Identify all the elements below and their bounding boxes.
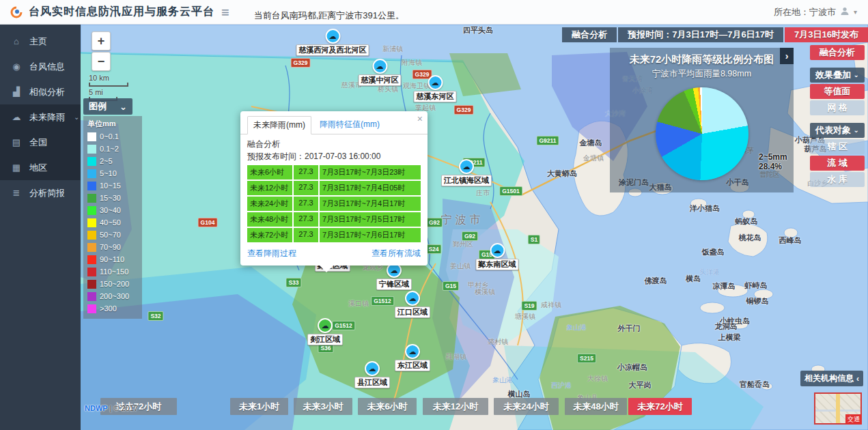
road-badge: S24 <box>425 244 441 254</box>
sidebar-item[interactable]: ≣ 分析简报 <box>0 180 81 205</box>
rainfall-table-row: 未来6小时 27.3 7月3日17时~7月3日23时 <box>247 165 421 180</box>
legend-range-label: 40~50 <box>100 218 121 227</box>
rainfall-table: 未来6小时 27.3 7月3日17时~7月3日23时 未来12小时 27.3 7… <box>240 165 428 242</box>
user-icon[interactable] <box>840 6 850 18</box>
region-marker[interactable]: ☁ 慈溪西河及西北河区 <box>296 29 369 56</box>
legend-item: 90~110 <box>87 253 138 266</box>
row-time-range: 7月3日17时~7月5日17时 <box>320 212 421 227</box>
road-badge: G92 <box>462 231 478 241</box>
region-marker[interactable]: ☁ 慈溪中河区 <box>359 59 402 86</box>
typhoon-logo-icon <box>10 5 23 19</box>
object-option-button[interactable]: 水 库 <box>810 172 865 187</box>
object-option-button[interactable]: 流 域 <box>810 156 865 171</box>
region-marker[interactable]: ☁ 鄞东南区域 <box>476 243 519 270</box>
zoom-in-button[interactable]: + <box>92 31 111 51</box>
object-option-button[interactable]: 辖 区 <box>810 139 865 154</box>
location-control[interactable]: 所在地：宁波市 ▾ <box>774 6 857 18</box>
time-range-button[interactable]: 未来1小时 <box>230 398 288 415</box>
legend-swatch <box>87 231 96 240</box>
pie-title: 未来72小时降雨等级比例分布图 <box>610 53 794 66</box>
road-badge: G92 <box>426 218 443 227</box>
legend-toggle[interactable]: 图例 ⌄ <box>83 98 132 115</box>
related-orgs-button[interactable]: 相关机构信息 ‹ <box>800 371 863 386</box>
overlay-option-button[interactable]: 网 格 <box>810 100 865 115</box>
time-range-button[interactable]: 未来48小时 <box>565 398 627 415</box>
rain-region-icon: ☁ <box>428 75 443 90</box>
legend-body: 单位mm 0~0.1 0.1~2 2~5 <box>83 116 142 319</box>
map-canvas[interactable]: 宁波市 四平头岛 金塘岛 大黄蟒岛 涂泥门岛 大猫岛 小干岛 小葫芦岛 葫芦岛 … <box>81 25 868 430</box>
time-range-button[interactable]: 未来3小时 <box>294 398 352 415</box>
sidebar-item[interactable]: ▤ 全国 <box>0 130 81 155</box>
legend-swatch <box>87 206 96 215</box>
fusion-analysis-button[interactable]: 融合分析 <box>810 45 865 60</box>
popup-tab[interactable]: 未来降雨(mm) <box>247 116 311 134</box>
sidebar-item[interactable]: ◉ 台风信息 <box>0 54 81 79</box>
rain-region-icon: ☁ <box>490 243 505 258</box>
region-marker[interactable]: ☁ 剡江区域 <box>307 318 343 345</box>
row-time-range: 7月3日17时~7月3日23时 <box>320 165 421 180</box>
overlay-effect-group[interactable]: 效果叠加 ⌄ <box>810 68 865 83</box>
legend-swatch <box>87 145 96 154</box>
rain-region-icon: ☁ <box>372 59 387 74</box>
legend-range-label: 0.1~2 <box>100 145 119 153</box>
sidebar-item[interactable]: ▦ 地区 <box>0 155 81 180</box>
legend-unit: 单位mm <box>87 119 138 129</box>
row-value: 27.3 <box>294 212 318 227</box>
legend-range-label: 30~40 <box>100 206 121 214</box>
time-range-button[interactable]: 未来24小时 <box>494 398 559 415</box>
overlay-option-button[interactable]: 等值面 <box>810 84 865 99</box>
view-rain-process-link[interactable]: 查看降雨过程 <box>247 248 296 259</box>
region-marker-label: 剡江区域 <box>307 334 343 345</box>
region-marker[interactable]: ☁ 东江区域 <box>395 344 430 371</box>
rain-distribution-panel: 未来72小时降雨等级比例分布图 宁波市平均面雨量8.98mm › 2~5mm 2… <box>610 48 794 192</box>
sidebar-item-label: 主页 <box>29 35 47 48</box>
app-header: 台风实时信息防汛应用与服务云平台 ≡ 当前台风南玛都,距离宁波市391公里。 所… <box>0 0 868 25</box>
legend-range-label: 10~15 <box>100 182 121 190</box>
panel-expand-button[interactable]: › <box>780 48 794 64</box>
zoom-out-button[interactable]: − <box>92 52 111 71</box>
typhoon-status-text: 当前台风南玛都,距离宁波市391公里。 <box>254 10 404 24</box>
layer-control-panel: 融合分析 效果叠加 ⌄ 等值面 网 格 代表对象 ⌄ 辖 区 流 域 水 库 <box>810 45 865 188</box>
time-range-button[interactable]: 未来12小时 <box>423 398 488 415</box>
time-range-button[interactable]: 未来72小时 <box>628 398 692 415</box>
map-nation-icon: ▤ <box>11 137 22 147</box>
rain-region-icon: ☁ <box>318 318 333 333</box>
pie-chart <box>656 87 748 180</box>
legend-item: >300 <box>87 302 138 315</box>
chevron-down-icon[interactable]: ▾ <box>854 8 857 16</box>
row-value: 27.3 <box>294 228 318 242</box>
legend-range-label: 5~10 <box>100 169 117 177</box>
region-marker[interactable]: ☁ 江口区域 <box>395 291 430 318</box>
legend-swatch <box>87 132 96 141</box>
time-range-button[interactable]: 未来6小时 <box>358 398 417 415</box>
scale-mi-label: 5 mi <box>89 88 103 96</box>
publish-time-label: 7月3日16时发布 <box>785 27 868 42</box>
legend-swatch <box>87 157 96 166</box>
popup-tab[interactable]: 降雨特征值(mm) <box>314 116 385 134</box>
row-value: 27.3 <box>294 165 318 180</box>
sidebar-item[interactable]: ☁ 未来降雨 ⌄ <box>0 104 81 130</box>
chevron-down-icon: ⌄ <box>120 102 127 112</box>
minimap-thumbnail[interactable]: 交通 <box>814 392 862 425</box>
legend-swatch <box>87 169 96 178</box>
attribution-brand-link[interactable]: NDWP <box>85 404 108 412</box>
close-icon[interactable]: × <box>417 114 423 124</box>
analysis-mode-label[interactable]: 融合分析 <box>562 27 617 42</box>
road-badge: G329 <box>291 58 311 68</box>
sidebar-item[interactable]: ▟ 相似分析 <box>0 79 81 104</box>
represent-object-group[interactable]: 代表对象 ⌄ <box>810 123 865 138</box>
sidebar-item[interactable]: ⌂ 主页 <box>0 29 81 54</box>
region-marker[interactable]: ☁ 江北镇海区域 <box>441 159 492 186</box>
tooltip-range: 2~5mm <box>759 153 787 162</box>
region-marker-label: 慈溪中河区 <box>359 74 402 86</box>
row-time-range: 7月3日17时~7月4日05时 <box>320 181 421 195</box>
road-badge: G104 <box>198 218 218 227</box>
region-marker[interactable]: ☁ 宁锋区域 <box>376 263 412 290</box>
region-marker[interactable]: ☁ 慈溪东河区 <box>414 75 457 102</box>
row-period: 未来72小时 <box>247 228 292 242</box>
menu-icon[interactable]: ≡ <box>221 5 229 19</box>
view-all-basins-link[interactable]: 查看所有流域 <box>372 248 421 259</box>
sidebar-item-label: 分析简报 <box>29 187 65 199</box>
legend-range-label: 0~0.1 <box>100 132 119 141</box>
region-marker[interactable]: ☁ 县江区域 <box>354 361 390 388</box>
